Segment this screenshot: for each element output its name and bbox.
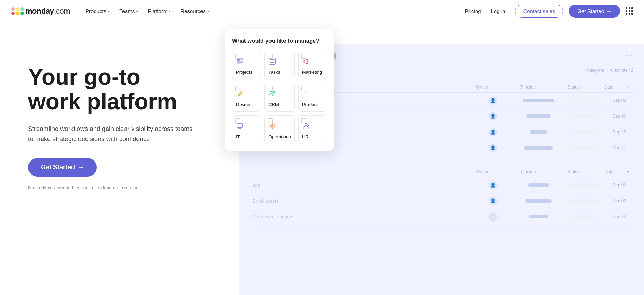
- modal-item-hr[interactable]: HR: [298, 115, 327, 144]
- login-link[interactable]: Log in: [487, 5, 510, 17]
- svg-rect-7: [240, 58, 243, 60]
- crm-icon: [268, 90, 276, 99]
- logo[interactable]: monday.com: [11, 6, 70, 16]
- svg-point-3: [11, 7, 15, 11]
- arrow-icon: →: [606, 8, 612, 14]
- checkbox-tasks[interactable]: [268, 54, 273, 59]
- chevron-down-icon: ▾: [207, 9, 209, 13]
- modal-item-marketing[interactable]: Marketing: [298, 51, 327, 79]
- svg-point-5: [20, 7, 24, 11]
- checkbox-product[interactable]: [301, 86, 306, 91]
- modal-item-projects[interactable]: Projects: [232, 51, 261, 79]
- dashboard-options[interactable]: ···: [625, 51, 633, 59]
- projects-icon: [236, 57, 244, 67]
- pricing-link[interactable]: Pricing: [465, 8, 481, 14]
- dashboard-actions: Integrate Automate / 2: [587, 68, 633, 73]
- arrow-icon: →: [78, 164, 84, 171]
- navbar-right: Pricing Log in Contact sales Get Started…: [465, 5, 633, 18]
- logo-icon: [11, 6, 24, 16]
- nav-item-teams[interactable]: Teams ▾: [115, 5, 142, 17]
- modal-title: What would you like to manage?: [232, 38, 327, 44]
- dashboard-table-2: Owner Timeline Status Date + age 👤 Sep 0…: [250, 166, 633, 225]
- operations-label: Operations: [268, 134, 291, 139]
- modal-item-tasks[interactable]: Tasks: [264, 51, 295, 79]
- chevron-down-icon: ▾: [169, 9, 171, 13]
- checkbox-marketing[interactable]: [301, 54, 306, 59]
- integrate-button[interactable]: Integrate: [587, 68, 604, 73]
- chevron-down-icon: ▾: [136, 9, 138, 13]
- svg-point-13: [273, 91, 275, 93]
- modal-item-crm[interactable]: CRM: [264, 83, 295, 112]
- chevron-down-icon: ▾: [108, 9, 109, 13]
- navbar-left: monday.com Products ▾ Teams ▾ Platform ▾…: [11, 5, 213, 17]
- contact-sales-button[interactable]: Contact sales: [515, 5, 563, 18]
- svg-point-12: [270, 91, 272, 93]
- svg-rect-8: [237, 61, 243, 63]
- apps-grid-icon[interactable]: [626, 7, 633, 15]
- table-row: Send event updates Sep 09: [250, 209, 633, 225]
- tasks-icon: [268, 57, 276, 67]
- it-label: IT: [236, 134, 240, 139]
- modal-item-operations[interactable]: Operations: [264, 115, 295, 144]
- hr-icon: [302, 122, 310, 131]
- hero-subtitle: Streamline workflows and gain clear visi…: [28, 124, 197, 144]
- nav-links: Products ▾ Teams ▾ Platform ▾ Resources …: [81, 5, 213, 17]
- marketing-label: Marketing: [302, 70, 322, 75]
- nav-item-products[interactable]: Products ▾: [81, 5, 114, 17]
- checkbox-projects[interactable]: [235, 54, 240, 59]
- crm-label: CRM: [268, 102, 279, 107]
- hr-label: HR: [302, 134, 309, 139]
- checkbox-hr[interactable]: [301, 118, 306, 123]
- svg-rect-14: [237, 124, 243, 127]
- product-icon: [302, 90, 310, 99]
- automate-button[interactable]: Automate / 2: [610, 68, 633, 73]
- svg-point-2: [20, 12, 24, 15]
- tasks-label: Tasks: [268, 70, 280, 75]
- table-row: age 👤 Sep 02: [250, 177, 633, 193]
- get-started-button-nav[interactable]: Get Started →: [569, 5, 620, 18]
- checkbox-design[interactable]: [235, 86, 240, 91]
- hero-title: Your go-to work platform: [28, 65, 218, 114]
- checkbox-operations[interactable]: [268, 118, 273, 123]
- hero-note: No credit card needed ✦ Unlimited time o…: [28, 185, 218, 190]
- manage-modal: What would you like to manage? Projects: [225, 29, 334, 151]
- modal-grid: Projects Tasks Marketing: [232, 51, 327, 144]
- hero-section: Your go-to work platform Streamline work…: [0, 22, 218, 295]
- main-content: Your go-to work platform Streamline work…: [0, 22, 644, 295]
- design-icon: [236, 90, 244, 99]
- get-started-button-hero[interactable]: Get Started →: [28, 158, 97, 177]
- svg-point-15: [271, 125, 273, 127]
- checkbox-it[interactable]: [235, 118, 240, 123]
- navbar: monday.com Products ▾ Teams ▾ Platform ▾…: [0, 0, 644, 22]
- svg-point-11: [241, 91, 242, 93]
- modal-item-it[interactable]: IT: [232, 115, 261, 144]
- hero-right: Team planning ··· ⌥ Gantt ☰ Kanban + Int…: [218, 22, 644, 295]
- svg-rect-9: [237, 63, 241, 64]
- marketing-icon: [302, 57, 310, 67]
- it-icon: [236, 122, 244, 131]
- logo-wordmark: monday.com: [25, 7, 70, 16]
- operations-icon: [268, 122, 276, 131]
- modal-item-design[interactable]: Design: [232, 83, 261, 112]
- modal-item-product[interactable]: Product: [298, 83, 327, 112]
- product-label: Product: [302, 102, 318, 107]
- table-row: Email assets 👤 Sep 06: [250, 193, 633, 209]
- svg-point-16: [305, 124, 307, 126]
- svg-point-4: [16, 7, 19, 11]
- nav-item-resources[interactable]: Resources ▾: [176, 5, 213, 17]
- nav-item-platform[interactable]: Platform ▾: [144, 5, 175, 17]
- checkbox-crm[interactable]: [268, 86, 273, 91]
- svg-point-0: [11, 12, 15, 15]
- svg-point-1: [16, 12, 19, 15]
- projects-label: Projects: [236, 70, 253, 75]
- design-label: Design: [236, 102, 250, 107]
